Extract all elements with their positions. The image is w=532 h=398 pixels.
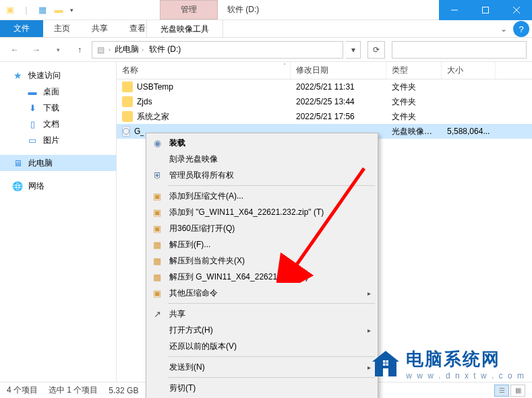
menu-extract-to[interactable]: ▦解压到(F)... [148,236,376,253]
tab-file[interactable]: 文件 [0,20,43,37]
breadcrumb[interactable]: ▤ › 此电脑› 软件 (D:) [92,41,343,59]
menu-send-to[interactable]: 发送到(N)▸ [148,359,376,375]
menu-open-360[interactable]: ▣用360压缩打开(Q) [148,220,376,236]
col-label: 名称 [122,65,138,76]
cell-date: 2022/5/21 11:31 [291,82,386,92]
archive-icon: ▣ [150,205,164,219]
breadcrumb-root-label: 此电脑 [115,44,139,55]
menu-mount[interactable]: ◉装载 [148,135,376,151]
titlebar: ▣ | ▦ ▬ ▾ 管理 软件 (D:) [0,0,532,20]
archive-icon: ▣ [150,286,164,300]
close-button[interactable] [501,0,532,20]
tab-share[interactable]: 共享 [81,20,119,37]
extract-icon: ▦ [150,270,164,284]
menu-burn[interactable]: 刻录光盘映像 [148,151,376,167]
sidebar-downloads[interactable]: ⬇下载 [0,100,116,116]
view-icons-button[interactable]: ▦ [510,385,525,397]
menu-open-with[interactable]: 打开方式(H)▸ [148,322,376,338]
tab-disc-tools[interactable]: 光盘映像工具 [146,20,223,38]
document-icon: ▯ [27,119,38,129]
breadcrumb-root[interactable]: 此电脑› [113,44,145,55]
quick-access-toolbar: ▣ | ▦ ▬ ▾ [0,3,79,18]
archive-icon: ▣ [150,222,164,235]
menu-label: 管理员取得所有权 [169,170,371,181]
table-row[interactable]: 系统之家 2022/5/21 17:56 文件夹 [117,109,532,124]
download-icon: ⬇ [27,102,38,113]
file-rows: USBTemp 2022/5/21 11:31 文件夹 Zjds 2022/5/… [117,79,532,139]
menu-add-archive[interactable]: ▣添加到压缩文件(A)... [148,188,376,204]
col-header-type[interactable]: 类型 [386,62,442,79]
extract-icon: ▦ [150,238,164,251]
col-header-date[interactable]: 修改日期 [291,62,386,79]
shield-icon: ⛨ [150,168,164,182]
ribbon-expand-icon[interactable]: ⌄ [497,20,510,37]
sidebar-desktop[interactable]: ▬桌面 [0,84,116,100]
menu-other-zip[interactable]: ▣其他压缩命令▸ [148,285,376,301]
help-icon[interactable]: ? [513,21,529,37]
ribbon-context-tab[interactable]: 管理 [160,0,218,20]
menu-cut[interactable]: 剪切(T) [148,380,376,396]
menu-add-zip[interactable]: ▣添加到 "G_WIN11_X64_22621.232.zip" (T) [148,204,376,220]
nav-recent-dropdown[interactable]: ▾ [49,41,67,59]
col-header-name[interactable]: 名称˄ [117,62,291,79]
picture-icon: ▭ [27,135,38,145]
menu-label: 解压到(F)... [169,239,371,251]
menu-admin-own[interactable]: ⛨管理员取得所有权 [148,167,376,183]
new-folder-icon[interactable]: ▬ [51,3,66,18]
cell-name: USBTemp [117,81,291,92]
iso-icon [122,126,130,137]
sidebar-label: 网络 [28,180,45,192]
cell-type: 光盘映像文件 [386,126,442,137]
folder-icon [122,111,133,122]
minimize-button[interactable] [439,0,470,20]
table-row[interactable]: Zjds 2022/5/25 13:44 文件夹 [117,94,532,109]
nav-up-button[interactable]: ↑ [70,41,89,59]
menu-separator [168,185,375,186]
chevron-right-icon: ▸ [367,290,371,297]
file-name-label: USBTemp [137,82,173,92]
sidebar-this-pc[interactable]: 🖥此电脑 [0,155,116,171]
breadcrumb-current[interactable]: 软件 (D:) [148,44,182,55]
folder-icon[interactable]: ▣ [3,3,18,18]
blank-icon [150,360,164,374]
menu-label: 装载 [169,137,371,149]
menu-label: 发送到(N) [169,362,362,373]
sidebar-label: 图片 [43,135,59,146]
cell-name: 系统之家 [117,111,291,123]
qat-sep: | [19,3,34,18]
desktop-icon: ▬ [27,86,38,97]
sidebar-quick-access[interactable]: ★快速访问 [0,67,116,84]
cell-name: G_ [117,126,144,137]
chevron-right-icon: ▸ [367,364,371,371]
view-details-button[interactable]: ☰ [494,385,509,397]
sidebar-network[interactable]: 🌐网络 [0,178,116,194]
blank-icon [150,339,164,353]
nav-back-button[interactable]: ← [5,41,24,59]
maximize-button[interactable] [470,0,501,20]
sidebar-label: 快速访问 [28,70,61,81]
col-header-size[interactable]: 大小 [442,62,496,79]
properties-icon[interactable]: ▦ [35,3,50,18]
qat-dropdown-icon[interactable]: ▾ [67,7,76,13]
column-headers: 名称˄ 修改日期 类型 大小 [117,62,532,79]
sidebar-pictures[interactable]: ▭图片 [0,132,116,148]
sidebar-label: 此电脑 [28,158,53,169]
menu-extract-named[interactable]: ▦解压到 G_WIN11_X64_22621.232\ (E) [148,269,376,285]
table-row[interactable]: USBTemp 2022/5/21 11:31 文件夹 [117,79,532,94]
refresh-button[interactable]: ⟳ [367,41,385,59]
menu-share[interactable]: ↗共享 [148,306,376,322]
sidebar-documents[interactable]: ▯文档 [0,116,116,132]
svg-rect-1 [483,7,489,13]
archive-icon: ▣ [150,189,164,203]
menu-extract-here[interactable]: ▦解压到当前文件夹(X) [148,253,376,269]
menu-label: 剪切(T) [169,383,371,394]
search-input[interactable]: 🔍 [392,41,527,59]
drive-icon: ▤ [95,44,106,55]
breadcrumb-dropdown-icon[interactable]: ▾ [346,41,361,59]
network-icon: 🌐 [12,180,23,191]
nav-forward-button[interactable]: → [27,41,46,59]
menu-label: 打开方式(H) [169,325,362,336]
tab-home[interactable]: 主页 [43,20,81,37]
blank-icon [150,152,164,166]
menu-restore-prev[interactable]: 还原以前的版本(V) [148,338,376,354]
